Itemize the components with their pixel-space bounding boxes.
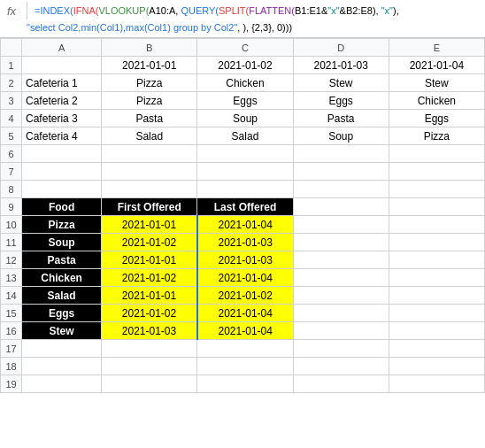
cell-e18[interactable] [389,358,484,375]
cell-c17[interactable] [197,340,293,358]
cell-c13[interactable]: 2021-01-04 [197,269,293,287]
cell-a15[interactable]: Eggs [22,305,102,322]
col-header-b[interactable]: B [102,39,197,57]
cell-a17[interactable] [22,340,102,358]
cell-b19[interactable] [102,375,197,393]
cell-a11[interactable]: Soup [22,234,102,251]
cell-d14[interactable] [293,287,389,305]
cell-c9[interactable]: Last Offered [197,198,293,216]
cell-d8[interactable] [293,181,389,198]
cell-c2[interactable]: Chicken [197,74,293,92]
cell-e16[interactable] [389,322,484,340]
cell-c6[interactable] [197,145,293,163]
cell-c19[interactable] [197,375,293,393]
cell-a1[interactable] [22,57,102,74]
cell-d7[interactable] [293,163,389,181]
cell-d17[interactable] [293,340,389,358]
cell-c15[interactable]: 2021-01-04 [197,305,293,322]
cell-e13[interactable] [389,269,484,287]
cell-e17[interactable] [389,340,484,358]
cell-b5[interactable]: Salad [102,127,197,145]
cell-c14[interactable]: 2021-01-02 [197,287,293,305]
cell-e15[interactable] [389,305,484,322]
cell-c5[interactable]: Salad [197,127,293,145]
cell-c18[interactable] [197,358,293,375]
cell-d15[interactable] [293,305,389,322]
cell-e11[interactable] [389,234,484,251]
cell-d4[interactable]: Pasta [293,110,389,127]
cell-e12[interactable] [389,251,484,269]
cell-c10[interactable]: 2021-01-04 [197,216,293,234]
cell-e4[interactable]: Eggs [389,110,484,127]
cell-b14[interactable]: 2021-01-01 [102,287,197,305]
cell-c8[interactable] [197,181,293,198]
cell-a5[interactable]: Cafeteria 4 [22,127,102,145]
cell-e6[interactable] [389,145,484,163]
cell-d10[interactable] [293,216,389,234]
cell-c12[interactable]: 2021-01-03 [197,251,293,269]
cell-a7[interactable] [22,163,102,181]
cell-a8[interactable] [22,181,102,198]
cell-c3[interactable]: Eggs [197,92,293,110]
cell-c1[interactable]: 2021-01-02 [197,57,293,74]
col-header-a[interactable]: A [22,39,102,57]
cell-d2[interactable]: Stew [293,74,389,92]
cell-a16[interactable]: Stew [22,322,102,340]
cell-b6[interactable] [102,145,197,163]
cell-a13[interactable]: Chicken [22,269,102,287]
cell-b3[interactable]: Pizza [102,92,197,110]
cell-b18[interactable] [102,358,197,375]
col-header-e[interactable]: E [389,39,484,57]
cell-e1[interactable]: 2021-01-04 [389,57,484,74]
cell-d16[interactable] [293,322,389,340]
cell-b17[interactable] [102,340,197,358]
cell-d1[interactable]: 2021-01-03 [293,57,389,74]
cell-e10[interactable] [389,216,484,234]
cell-a12[interactable]: Pasta [22,251,102,269]
cell-d9[interactable] [293,198,389,216]
cell-e19[interactable] [389,375,484,393]
cell-c16[interactable]: 2021-01-04 [197,322,293,340]
cell-c4[interactable]: Soup [197,110,293,127]
cell-b13[interactable]: 2021-01-02 [102,269,197,287]
col-header-d[interactable]: D [293,39,389,57]
cell-a19[interactable] [22,375,102,393]
cell-a3[interactable]: Cafeteria 2 [22,92,102,110]
cell-d3[interactable]: Eggs [293,92,389,110]
cell-b1[interactable]: 2021-01-01 [102,57,197,74]
cell-a4[interactable]: Cafeteria 3 [22,110,102,127]
cell-a10[interactable]: Pizza [22,216,102,234]
cell-b2[interactable]: Pizza [102,74,197,92]
cell-d13[interactable] [293,269,389,287]
cell-e8[interactable] [389,181,484,198]
cell-b12[interactable]: 2021-01-01 [102,251,197,269]
cell-b15[interactable]: 2021-01-02 [102,305,197,322]
cell-b4[interactable]: Pasta [102,110,197,127]
cell-c7[interactable] [197,163,293,181]
cell-e5[interactable]: Pizza [389,127,484,145]
col-header-c[interactable]: C [197,39,293,57]
cell-d19[interactable] [293,375,389,393]
cell-e3[interactable]: Chicken [389,92,484,110]
cell-c11[interactable]: 2021-01-03 [197,234,293,251]
cell-b7[interactable] [102,163,197,181]
cell-e14[interactable] [389,287,484,305]
cell-d11[interactable] [293,234,389,251]
cell-b8[interactable] [102,181,197,198]
cell-d5[interactable]: Soup [293,127,389,145]
cell-b16[interactable]: 2021-01-03 [102,322,197,340]
cell-d18[interactable] [293,358,389,375]
cell-d12[interactable] [293,251,389,269]
cell-a9[interactable]: Food [22,198,102,216]
cell-a2[interactable]: Cafeteria 1 [22,74,102,92]
cell-b9[interactable]: First Offered [102,198,197,216]
cell-a18[interactable] [22,358,102,375]
cell-a14[interactable]: Salad [22,287,102,305]
cell-e2[interactable]: Stew [389,74,484,92]
cell-a6[interactable] [22,145,102,163]
cell-d6[interactable] [293,145,389,163]
cell-e7[interactable] [389,163,484,181]
cell-b11[interactable]: 2021-01-02 [102,234,197,251]
cell-b10[interactable]: 2021-01-01 [102,216,197,234]
cell-e9[interactable] [389,198,484,216]
